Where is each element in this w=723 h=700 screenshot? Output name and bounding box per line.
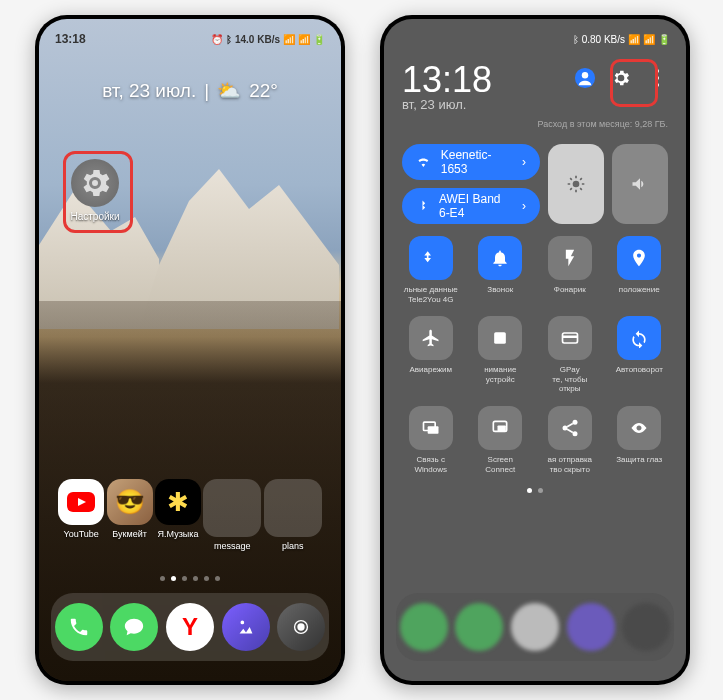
profile-icon (574, 67, 596, 89)
wifi-toggle[interactable]: Keenetic-1653 › (402, 144, 540, 180)
bell-icon (478, 236, 522, 280)
phone-icon (68, 616, 90, 638)
app-yamusic[interactable]: ✱ Я.Музыка (155, 479, 201, 551)
qs-tile-location[interactable]: положение (611, 236, 669, 304)
qs-tile-square[interactable]: нимание устройс (472, 316, 530, 394)
messages-app[interactable] (110, 603, 158, 651)
volume-slider[interactable] (612, 144, 668, 224)
temperature: 22° (249, 80, 278, 102)
svg-rect-15 (498, 425, 506, 431)
wallpaper (39, 19, 341, 681)
phone-app[interactable] (55, 603, 103, 651)
message-icon (123, 616, 145, 638)
app-youtube[interactable]: YouTube (58, 479, 104, 551)
weather-icon: ⛅ (217, 79, 241, 102)
qs-tile-rotate[interactable]: Автоповорот (611, 316, 669, 394)
wifi-icon: 📶 (283, 34, 295, 45)
tile-label: Фонарик (554, 285, 586, 295)
svg-point-5 (655, 69, 659, 73)
more-button[interactable] (646, 67, 668, 89)
app-label: Я.Музыка (158, 529, 199, 539)
tile-label: Защита глаз (616, 455, 662, 465)
yandex-app[interactable]: Y (166, 603, 214, 651)
qs-tile-eye[interactable]: Защита глаз (611, 406, 669, 474)
page-indicator[interactable] (39, 576, 341, 581)
qs-page-indicator[interactable] (402, 488, 668, 493)
chevron-icon: › (522, 155, 526, 169)
alarm-icon: ⏰ (211, 34, 223, 45)
qs-tile-share[interactable]: ая отправкатво скрыто (541, 406, 599, 474)
gear-icon (611, 68, 631, 88)
svg-point-17 (562, 425, 567, 430)
signal-icon: 📶 (298, 34, 310, 45)
signal-icon: 📶 (643, 34, 655, 45)
brightness-slider[interactable] (548, 144, 604, 224)
qs-panel: Keenetic-1653 › AWEI Band 6-E4 › льные д… (402, 144, 668, 493)
tile-label: Связь с Windows (403, 455, 459, 474)
tile-label: нимание устройс (472, 365, 528, 384)
app-label: message (214, 541, 251, 551)
app-message-folder[interactable]: message (203, 479, 261, 551)
cast-icon (478, 406, 522, 450)
camera-app[interactable] (277, 603, 325, 651)
plane-icon (409, 316, 453, 360)
youtube-icon (67, 492, 95, 512)
battery-icon: 🔋 (658, 34, 670, 45)
network-speed: 14.0 KB/s (235, 34, 280, 45)
brightness-icon (566, 174, 586, 194)
svg-point-16 (572, 420, 577, 425)
qs-tile-link[interactable]: Связь с Windows (402, 406, 460, 474)
phone-quick-settings: ᛒ 0.80 KB/s 📶 📶 🔋 13:18 вт, 23 июл. Расх… (380, 15, 690, 685)
settings-button[interactable] (610, 67, 632, 89)
svg-point-1 (298, 623, 305, 630)
yandex-icon: Y (182, 613, 198, 641)
svg-point-7 (655, 83, 659, 87)
svg-point-6 (655, 76, 659, 80)
qs-tile-plane[interactable]: Авиарежим (402, 316, 460, 394)
pay-icon (548, 316, 592, 360)
app-label: YouTube (64, 529, 99, 539)
tile-label: Звонок (487, 285, 513, 295)
gallery-app[interactable] (222, 603, 270, 651)
rotate-icon (617, 316, 661, 360)
date-weather-widget[interactable]: вт, 23 июл. | ⛅ 22° (39, 79, 341, 102)
data-usage: Расход в этом месяце: 9,28 ГБ. (538, 119, 668, 129)
settings-app[interactable] (71, 159, 119, 207)
svg-point-4 (582, 72, 588, 78)
app-label: Букмейт (112, 529, 147, 539)
tile-label: льные данныеTele2You 4G (404, 285, 458, 304)
qs-tile-flash[interactable]: Фонарик (541, 236, 599, 304)
link-icon (409, 406, 453, 450)
bluetooth-name: AWEI Band 6-E4 (439, 192, 512, 220)
app-plans-folder[interactable]: plans (264, 479, 322, 551)
date-text: вт, 23 июл. (102, 80, 196, 102)
qs-tiles-grid: льные данныеTele2You 4GЗвонокФонарикполо… (402, 236, 668, 474)
app-bookmate[interactable]: 😎 Букмейт (107, 479, 153, 551)
qs-tile-data[interactable]: льные данныеTele2You 4G (402, 236, 460, 304)
qs-tile-bell[interactable]: Звонок (472, 236, 530, 304)
dock-blurred (396, 593, 674, 661)
profile-button[interactable] (574, 67, 596, 89)
data-icon (409, 236, 453, 280)
svg-point-8 (573, 181, 580, 188)
chevron-icon: › (522, 199, 526, 213)
svg-rect-9 (494, 332, 506, 344)
camera-icon (290, 616, 312, 638)
bluetooth-toggle[interactable]: AWEI Band 6-E4 › (402, 188, 540, 224)
phone-home-screen: 13:18 ⏰ ᛒ 14.0 KB/s 📶 📶 🔋 вт, 23 июл. | … (35, 15, 345, 685)
location-icon (617, 236, 661, 280)
wifi-name: Keenetic-1653 (441, 148, 512, 176)
eye-icon (617, 406, 661, 450)
share-icon (548, 406, 592, 450)
dock: Y (51, 593, 329, 661)
svg-rect-13 (427, 426, 438, 434)
bookmate-icon: 😎 (115, 488, 145, 516)
qs-tile-cast[interactable]: Screen Connect (472, 406, 530, 474)
volume-icon (630, 174, 650, 194)
wifi-icon: 📶 (628, 34, 640, 45)
qs-time: 13:18 (402, 59, 492, 101)
yamusic-icon: ✱ (167, 487, 189, 518)
square-icon (478, 316, 522, 360)
qs-tile-pay[interactable]: GPayте, чтобы откры (541, 316, 599, 394)
wifi-icon (416, 154, 431, 170)
